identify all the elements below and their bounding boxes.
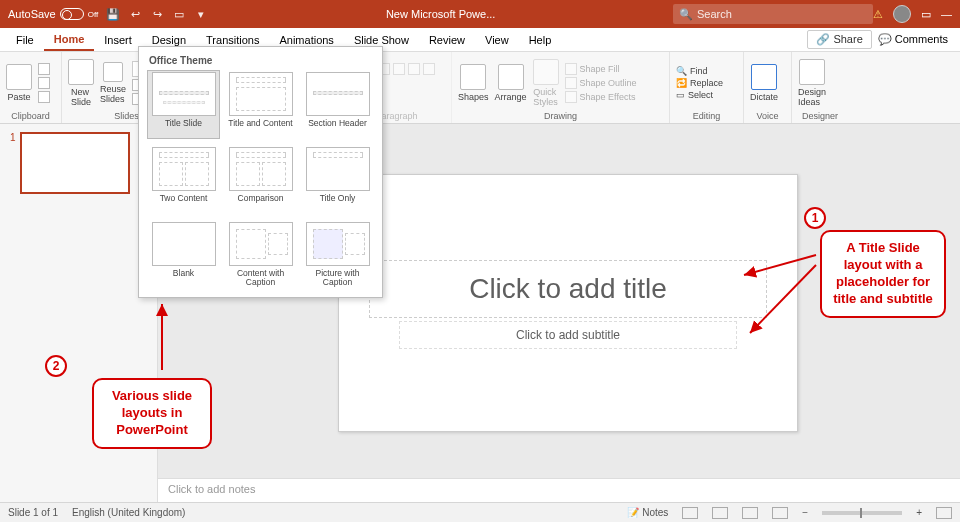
layout-name: Blank xyxy=(173,269,194,287)
find-icon: 🔍 xyxy=(676,66,687,76)
find-button[interactable]: 🔍Find xyxy=(676,66,723,76)
slide-thumbnail[interactable]: 1 xyxy=(10,132,147,194)
shapes-icon xyxy=(460,64,486,90)
replace-button[interactable]: 🔁Replace xyxy=(676,78,723,88)
group-editing: Editing xyxy=(676,110,737,121)
layout-section-header[interactable]: Section Header xyxy=(301,70,374,139)
slide[interactable]: Click to add title Click to add subtitle xyxy=(338,174,798,432)
status-slide: Slide 1 of 1 xyxy=(8,507,58,518)
subtitle-placeholder[interactable]: Click to add subtitle xyxy=(399,321,737,349)
layout-title-content[interactable]: Title and Content xyxy=(224,70,297,139)
callout-badge-1: 1 xyxy=(804,207,826,229)
layout-thumb-icon xyxy=(152,222,216,266)
normal-view-icon[interactable] xyxy=(682,507,698,519)
group-drawing: Drawing xyxy=(458,110,663,121)
select-button[interactable]: ▭Select xyxy=(676,90,723,100)
layout-blank[interactable]: Blank xyxy=(147,220,220,289)
new-slide-label: New Slide xyxy=(71,87,91,107)
arrange-label: Arrange xyxy=(495,92,527,102)
shape-outline-button[interactable]: Shape Outline xyxy=(565,77,637,89)
shape-effects-label: Shape Effects xyxy=(580,92,636,102)
minimize-icon[interactable]: — xyxy=(941,8,952,20)
reading-view-icon[interactable] xyxy=(742,507,758,519)
comments-button[interactable]: 💬 Comments xyxy=(872,31,954,48)
tab-insert[interactable]: Insert xyxy=(94,30,142,50)
format-painter-icon[interactable] xyxy=(38,91,50,103)
layout-two-content[interactable]: Two Content xyxy=(147,145,220,214)
zoom-in-icon[interactable]: + xyxy=(916,507,922,518)
share-label: Share xyxy=(833,33,862,45)
shape-effects-button[interactable]: Shape Effects xyxy=(565,91,637,103)
tab-review[interactable]: Review xyxy=(419,30,475,50)
user-avatar[interactable] xyxy=(893,5,911,23)
sorter-view-icon[interactable] xyxy=(712,507,728,519)
layout-title-only[interactable]: Title Only xyxy=(301,145,374,214)
layout-dropdown-header: Office Theme xyxy=(147,53,374,70)
tab-home[interactable]: Home xyxy=(44,29,95,51)
reuse-slides-button[interactable]: Reuse Slides xyxy=(100,62,126,104)
paste-icon xyxy=(6,64,32,90)
notes-pane[interactable]: Click to add notes xyxy=(158,478,960,502)
save-icon[interactable]: 💾 xyxy=(106,7,120,21)
qat-more-icon[interactable]: ▾ xyxy=(194,7,208,21)
dictate-label: Dictate xyxy=(750,92,778,102)
shapes-button[interactable]: Shapes xyxy=(458,64,489,102)
callout-2: Various slide layouts in PowerPoint xyxy=(92,378,212,449)
group-voice: Voice xyxy=(750,110,785,121)
shape-effects-icon xyxy=(565,91,577,103)
shape-outline-icon xyxy=(565,77,577,89)
warning-icon[interactable]: ⚠ xyxy=(873,8,883,21)
search-box[interactable]: 🔍 Search xyxy=(673,4,873,24)
ribbon-display-icon[interactable]: ▭ xyxy=(921,8,931,21)
status-lang[interactable]: English (United Kingdom) xyxy=(72,507,185,518)
redo-icon[interactable]: ↪ xyxy=(150,7,164,21)
tab-help[interactable]: Help xyxy=(519,30,562,50)
layout-content-caption[interactable]: Content with Caption xyxy=(224,220,297,289)
align-center-icon[interactable] xyxy=(423,63,435,75)
undo-icon[interactable]: ↩ xyxy=(128,7,142,21)
toggle-icon xyxy=(60,8,84,20)
slideshow-view-icon[interactable] xyxy=(772,507,788,519)
layout-thumb-icon xyxy=(229,222,293,266)
layout-comparison[interactable]: Comparison xyxy=(224,145,297,214)
new-slide-icon xyxy=(68,59,94,85)
layout-thumb-icon xyxy=(152,147,216,191)
layout-dropdown: Office Theme Title Slide Title and Conte… xyxy=(138,46,383,298)
layout-name: Title and Content xyxy=(228,119,292,137)
shape-fill-button[interactable]: Shape Fill xyxy=(565,63,637,75)
group-clipboard: Clipboard xyxy=(6,110,55,121)
layout-title-slide[interactable]: Title Slide xyxy=(147,70,220,139)
copy-icon[interactable] xyxy=(38,77,50,89)
notes-button[interactable]: 📝 Notes xyxy=(627,507,668,518)
autosave-toggle[interactable]: AutoSave Off xyxy=(8,8,98,20)
tab-file[interactable]: File xyxy=(6,30,44,50)
document-title: New Microsoft Powe... xyxy=(208,8,673,20)
select-icon: ▭ xyxy=(676,90,685,100)
share-button[interactable]: 🔗 Share xyxy=(807,30,871,49)
status-bar: Slide 1 of 1 English (United Kingdom) 📝 … xyxy=(0,502,960,522)
comments-label: Comments xyxy=(895,33,948,45)
dictate-button[interactable]: Dictate xyxy=(750,64,778,102)
shape-fill-label: Shape Fill xyxy=(580,64,620,74)
zoom-out-icon[interactable]: − xyxy=(802,507,808,518)
replace-icon: 🔁 xyxy=(676,78,687,88)
indent-inc-icon[interactable] xyxy=(393,63,405,75)
layout-picture-caption[interactable]: Picture with Caption xyxy=(301,220,374,289)
layout-thumb-icon xyxy=(306,72,370,116)
new-slide-button[interactable]: New Slide xyxy=(68,59,94,107)
cut-icon[interactable] xyxy=(38,63,50,75)
paste-button[interactable]: Paste xyxy=(6,64,32,102)
layout-thumb-icon xyxy=(152,72,216,116)
start-slideshow-icon[interactable]: ▭ xyxy=(172,7,186,21)
tab-view[interactable]: View xyxy=(475,30,519,50)
quick-styles-button[interactable]: Quick Styles xyxy=(533,59,559,107)
dictate-icon xyxy=(751,64,777,90)
title-placeholder[interactable]: Click to add title xyxy=(369,260,767,318)
align-left-icon[interactable] xyxy=(408,63,420,75)
fit-window-icon[interactable] xyxy=(936,507,952,519)
design-ideas-icon xyxy=(799,59,825,85)
replace-label: Replace xyxy=(690,78,723,88)
zoom-slider[interactable] xyxy=(822,511,902,515)
design-ideas-button[interactable]: Design Ideas xyxy=(798,59,826,107)
arrange-button[interactable]: Arrange xyxy=(495,64,527,102)
